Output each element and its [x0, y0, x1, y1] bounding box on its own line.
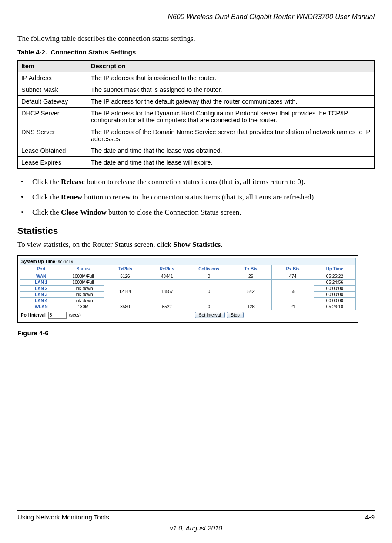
cell-item: Subnet Mask [18, 84, 87, 96]
statistics-table: Port Status TxPkts RxPkts Collisions Tx … [20, 265, 356, 310]
cell-uptime: 00:00:00 [314, 285, 355, 291]
bullet-text: button to close the Connection Status sc… [107, 208, 241, 216]
cell-status: 1000M/Full [62, 279, 104, 285]
table-caption-number: Table 4-2. [17, 48, 47, 56]
col-status: Status [62, 265, 104, 273]
stats-row-wan: WAN 1000M/Full 5126 43441 0 26 474 05:25… [20, 273, 356, 279]
bullet-bold: Close Window [61, 208, 107, 216]
bullet-bold: Renew [61, 193, 82, 201]
bullet-text: Click the [32, 193, 61, 201]
cell-desc: The date and time that the lease was obt… [87, 145, 375, 157]
cell-rx: 13557 [146, 279, 188, 304]
cell-port: LAN 4 [20, 297, 62, 304]
header-rule [17, 24, 375, 24]
cell-rx: 5522 [146, 304, 188, 310]
cell-uptime: 05:24:56 [314, 279, 355, 285]
bullet-text: Click the [32, 208, 61, 216]
statistics-figure: System Up Time 05:26:19 Port Status TxPk… [17, 255, 358, 323]
cell-desc: The IP address that is assigned to the r… [87, 72, 375, 84]
text: . [221, 240, 222, 249]
cell-item: IP Address [18, 72, 87, 84]
cell-rxbs: 65 [272, 279, 314, 304]
cell-coll: 0 [188, 279, 230, 304]
col-txpkts: TxPkts [104, 265, 146, 273]
statistics-intro: To view statistics, on the Router Status… [17, 240, 375, 249]
footer-page-number: 4-9 [365, 513, 375, 521]
statistics-heading: Statistics [17, 226, 375, 236]
table-row: Subnet Mask The subnet mask that is assi… [18, 84, 375, 96]
cell-coll: 0 [188, 304, 230, 310]
bullet-list: Click the Release button to release the … [17, 177, 375, 218]
bullet-close: Click the Close Window button to close t… [17, 208, 375, 218]
col-collisions: Collisions [188, 265, 230, 273]
cell-txbs: 26 [230, 273, 271, 279]
connection-status-table: Item Description IP Address The IP addre… [17, 60, 375, 169]
cell-rxbs: 21 [272, 304, 314, 310]
col-rxpkts: RxPkts [146, 265, 188, 273]
cell-coll: 0 [188, 273, 230, 279]
col-rxbs: Rx B/s [272, 265, 314, 273]
cell-uptime: 05:25:22 [314, 273, 355, 279]
cell-item: Lease Expires [18, 157, 87, 169]
cell-desc: The subnet mask that is assigned to the … [87, 84, 375, 96]
poll-interval-unit: (secs) [69, 313, 81, 317]
bullet-release: Click the Release button to release the … [17, 177, 375, 187]
cell-rxbs: 474 [272, 273, 314, 279]
cell-item: DHCP Server [18, 108, 87, 126]
cell-port: LAN 1 [20, 279, 62, 285]
cell-port: WAN [20, 273, 62, 279]
cell-item: Default Gateway [18, 96, 87, 108]
stats-row-lan1: LAN 1 1000M/Full 12144 13557 0 542 65 05… [20, 279, 356, 285]
footer-rule [17, 510, 375, 511]
bullet-text: Click the [32, 178, 61, 186]
system-uptime-value: 05:26:19 [56, 259, 73, 264]
table-caption-title: Connection Status Settings [50, 48, 136, 56]
poll-interval-label: Poll Interval [21, 313, 46, 317]
page-header-title: N600 Wireless Dual Band Gigabit Router W… [17, 13, 375, 21]
table-row: Lease Expires The date and time that the… [18, 157, 375, 169]
table-row: IP Address The IP address that is assign… [18, 72, 375, 84]
cell-txbs: 128 [230, 304, 271, 310]
table-row: DHCP Server The IP address for the Dynam… [18, 108, 375, 126]
cell-tx: 12144 [104, 279, 146, 304]
cell-port: LAN 2 [20, 285, 62, 291]
page-footer: Using Network Monitoring Tools 4-9 v1.0,… [17, 510, 375, 532]
cell-status: Link down [62, 291, 104, 297]
cell-status: Link down [62, 285, 104, 291]
cell-uptime: 00:00:00 [314, 291, 355, 297]
bullet-text: button to release the connection status … [85, 178, 305, 186]
th-desc: Description [87, 61, 375, 72]
intro-text: The following table describes the connec… [17, 34, 375, 43]
stop-button[interactable]: Stop [227, 312, 244, 318]
cell-status: 130M [62, 304, 104, 310]
text: To view statistics, on the Router Status… [17, 240, 173, 249]
cell-uptime: 00:00:00 [314, 297, 355, 304]
footer-version: v1.0, August 2010 [17, 524, 375, 532]
cell-item: Lease Obtained [18, 145, 87, 157]
poll-interval-row: Poll Interval (secs) Set Interval Stop [20, 310, 356, 320]
th-item: Item [18, 61, 87, 72]
cell-tx: 5126 [104, 273, 146, 279]
cell-desc: The IP address for the Dynamic Host Conf… [87, 108, 375, 126]
figure-caption: Figure 4-6 [17, 329, 375, 337]
cell-item: DNS Server [18, 126, 87, 145]
system-uptime-label: System Up Time [21, 259, 55, 264]
cell-uptime: 05:26:18 [314, 304, 355, 310]
cell-port: LAN 3 [20, 291, 62, 297]
cell-status: 1000M/Full [62, 273, 104, 279]
set-interval-button[interactable]: Set Interval [195, 312, 225, 318]
col-uptime: Up Time [314, 265, 355, 273]
table-row: Lease Obtained The date and time that th… [18, 145, 375, 157]
bullet-bold: Release [61, 178, 85, 186]
table-caption: Table 4-2. Connection Status Settings [17, 48, 375, 56]
cell-txbs: 542 [230, 279, 271, 304]
text-bold: Show Statistics [173, 240, 221, 249]
cell-tx: 3580 [104, 304, 146, 310]
cell-desc: The date and time that the lease will ex… [87, 157, 375, 169]
cell-rx: 43441 [146, 273, 188, 279]
table-row: DNS Server The IP address of the Domain … [18, 126, 375, 145]
col-port: Port [20, 265, 62, 273]
poll-interval-input[interactable] [48, 312, 67, 319]
stats-row-wlan: WLAN 130M 3580 5522 0 128 21 05:26:18 [20, 304, 356, 310]
bullet-renew: Click the Renew button to renew to the c… [17, 192, 375, 202]
